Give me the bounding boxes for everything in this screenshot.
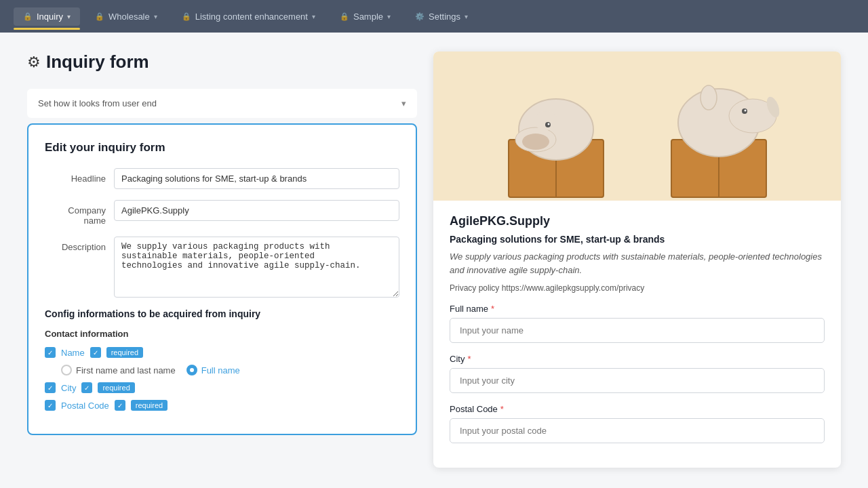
svg-point-15 (744, 110, 746, 112)
name-checkbox[interactable]: ✓ (45, 347, 56, 358)
edit-form-title: Edit your inquiry form (45, 141, 399, 155)
name-required-badge: required (106, 347, 143, 358)
headline-row: Headline (45, 168, 399, 189)
lock-icon: 🔒 (23, 12, 33, 21)
preview-privacy: Privacy policy https://www.agilepkgsuppl… (450, 283, 825, 293)
right-panel: AgilePKG.Supply Packaging solutions for … (433, 52, 841, 469)
chevron-down-icon: ▾ (401, 98, 406, 108)
radio-label-full-name: Full name (201, 365, 240, 375)
preview-description: We supply various packaging products wit… (450, 250, 825, 277)
nav-wholesale[interactable]: 🔒 Wholesale ▾ (85, 7, 167, 26)
preview-content: AgilePKG.Supply Packaging solutions for … (433, 201, 841, 468)
nav-settings[interactable]: ⚙️ Settings ▾ (406, 7, 477, 26)
name-field-row: ✓ Name ✓ required (45, 347, 399, 358)
required-star-city: * (467, 354, 471, 364)
preview-fullname-label: Full name * (450, 304, 825, 314)
city-field-row: ✓ City ✓ required (45, 382, 399, 393)
radio-circle-first-last (61, 365, 72, 375)
preview-fullname-field: Full name * (450, 304, 825, 343)
chevron-icon: ▾ (387, 13, 391, 20)
lock-icon: 🔒 (95, 12, 104, 21)
accordion-toggle[interactable]: Set how it looks from user end ▾ (27, 89, 417, 118)
preview-city-label: City * (450, 354, 825, 364)
gear-icon: ⚙ (27, 54, 41, 71)
main-content: ⚙ Inquiry form Set how it looks from use… (0, 33, 868, 488)
headline-input[interactable] (114, 168, 399, 189)
company-name-row: Companyname (45, 200, 399, 226)
svg-point-5 (534, 111, 558, 130)
name-required-checkbox[interactable]: ✓ (90, 347, 101, 358)
chevron-icon: ▾ (465, 13, 468, 20)
name-field-label: Name (61, 348, 85, 358)
headline-label: Headline (45, 168, 106, 184)
company-name-label: Companyname (45, 200, 106, 226)
description-row: Description We supply various packaging … (45, 237, 399, 298)
name-type-radio-group: First name and last name Full name (61, 365, 399, 375)
description-textarea[interactable]: We supply various packaging products wit… (114, 237, 399, 298)
preview-headline: Packaging solutions for SME, start-up & … (450, 234, 825, 245)
radio-full-name[interactable]: Full name (186, 365, 240, 375)
edit-form-card: Edit your inquiry form Headline Companyn… (27, 123, 417, 435)
city-required-checkbox[interactable]: ✓ (81, 382, 92, 393)
chevron-icon: ▾ (67, 13, 71, 20)
nav-inquiry[interactable]: 🔒 Inquiry ▾ (14, 7, 80, 26)
postal-field-label: Postal Code (61, 401, 109, 411)
postal-code-field-row: ✓ Postal Code ✓ required (45, 400, 399, 411)
radio-circle-full-name (186, 365, 197, 375)
postal-required-badge: required (131, 400, 167, 411)
preview-postal-input[interactable] (450, 418, 825, 443)
svg-point-6 (522, 134, 549, 150)
preview-city-field: City * (450, 354, 825, 393)
chevron-icon: ▾ (154, 13, 157, 20)
city-checkbox[interactable]: ✓ (45, 382, 56, 393)
lock-icon: 🔒 (182, 12, 191, 21)
config-title: Config informations to be acquired from … (45, 308, 399, 319)
city-required-badge: required (98, 382, 134, 393)
left-panel: ⚙ Inquiry form Set how it looks from use… (27, 52, 417, 469)
preview-postal-label: Postal Code * (450, 404, 825, 414)
page-title-row: ⚙ Inquiry form (27, 52, 417, 73)
preview-city-input[interactable] (450, 368, 825, 393)
contact-section-label: Contact information (45, 329, 399, 339)
accordion-label: Set how it looks from user end (38, 98, 157, 108)
description-label: Description (45, 237, 106, 252)
company-name-input[interactable] (114, 200, 399, 221)
svg-point-16 (701, 85, 717, 110)
nav-listing[interactable]: 🔒 Listing content enhancement ▾ (172, 7, 325, 26)
required-star-name: * (491, 304, 494, 314)
page-title: Inquiry form (46, 52, 149, 73)
preview-postal-field: Postal Code * (450, 404, 825, 443)
radio-label-first-last: First name and last name (76, 365, 176, 375)
hero-illustration (468, 52, 807, 201)
preview-card: AgilePKG.Supply Packaging solutions for … (433, 52, 841, 468)
top-navigation: 🔒 Inquiry ▾ 🔒 Wholesale ▾ 🔒 Listing cont… (0, 0, 868, 33)
chevron-icon: ▾ (312, 13, 315, 20)
required-star-postal: * (500, 404, 504, 414)
lock-icon: 🔒 (340, 12, 349, 21)
nav-sample[interactable]: 🔒 Sample ▾ (330, 7, 400, 26)
radio-first-last-name[interactable]: First name and last name (61, 365, 176, 375)
svg-point-8 (547, 123, 549, 125)
preview-fullname-input[interactable] (450, 318, 825, 343)
postal-checkbox[interactable]: ✓ (45, 400, 56, 411)
gear-icon: ⚙️ (415, 12, 425, 21)
city-field-label: City (61, 383, 76, 393)
preview-company-name: AgilePKG.Supply (450, 214, 825, 228)
postal-required-checkbox[interactable]: ✓ (115, 400, 125, 411)
preview-hero (433, 52, 841, 201)
